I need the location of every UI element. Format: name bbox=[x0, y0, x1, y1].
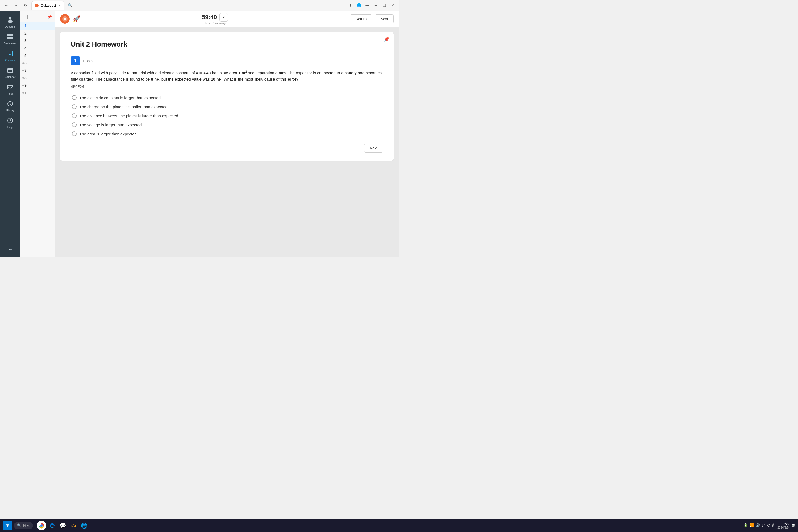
sidebar-item-inbox[interactable]: Inbox bbox=[1, 82, 19, 97]
courses-icon bbox=[7, 50, 13, 58]
pin-icon[interactable]: 📌 bbox=[48, 15, 52, 19]
forward-button[interactable]: → bbox=[12, 2, 20, 9]
answer-option-e[interactable]: The area is larger than expected. bbox=[71, 129, 383, 138]
maximize-button[interactable]: ❐ bbox=[381, 2, 388, 9]
radio-b[interactable] bbox=[72, 104, 77, 109]
header-right: Return Next bbox=[350, 14, 394, 23]
question-header: 1 1 point bbox=[71, 56, 383, 65]
calendar-icon bbox=[7, 67, 13, 75]
account-icon bbox=[6, 16, 14, 24]
more-icon[interactable]: ••• bbox=[364, 2, 371, 9]
bookmark-icon[interactable]: 📌 bbox=[384, 36, 390, 42]
header-center: 59:40 ‹ Time Remaining bbox=[202, 13, 228, 25]
question-points: 1 point bbox=[82, 59, 94, 63]
sidebar-item-account[interactable]: Account bbox=[1, 14, 19, 30]
sidebar-toggle-icon[interactable]: →| bbox=[23, 15, 28, 19]
answer-option-c[interactable]: The distance between the plates is large… bbox=[71, 111, 383, 120]
question-number-4[interactable]: 4 bbox=[20, 44, 55, 52]
answer-option-a[interactable]: The dielectric constant is larger than e… bbox=[71, 93, 383, 102]
timer-display: 59:40 bbox=[202, 14, 217, 21]
question-number-9[interactable]: 9 bbox=[20, 82, 55, 89]
sidebar-item-history[interactable]: History bbox=[1, 98, 19, 114]
question-code: 4PCE24 bbox=[71, 84, 383, 89]
browser-chrome: ← → ↻ Quizzes 2 ✕ 🔍 ⬇ 🌐 ••• ─ ❐ ✕ bbox=[0, 0, 399, 11]
svg-rect-4 bbox=[7, 37, 10, 39]
question-number-1[interactable]: 1 bbox=[20, 22, 55, 30]
close-window-button[interactable]: ✕ bbox=[390, 2, 396, 9]
sidebar-item-help[interactable]: ? Help bbox=[1, 115, 19, 131]
question-number-2[interactable]: 2 bbox=[20, 30, 55, 37]
svg-point-0 bbox=[9, 17, 12, 20]
quiz-title: Unit 2 Homework bbox=[71, 40, 383, 49]
app-logo bbox=[60, 14, 70, 24]
svg-rect-8 bbox=[9, 53, 12, 54]
sidebar-item-courses[interactable]: Courses bbox=[1, 48, 19, 64]
main-content: 🚀 59:40 ‹ Time Remaining Return Next Uni… bbox=[55, 11, 399, 257]
radio-d[interactable] bbox=[72, 122, 77, 127]
sidebar-label-help: Help bbox=[7, 126, 13, 129]
question-number-badge: 1 bbox=[71, 56, 80, 65]
tab-favicon bbox=[35, 4, 39, 7]
answer-label-b: The charge on the plates is smaller than… bbox=[79, 104, 169, 109]
svg-rect-2 bbox=[7, 34, 10, 36]
question-number-8[interactable]: 8 bbox=[20, 74, 55, 82]
reload-button[interactable]: ↻ bbox=[22, 2, 29, 9]
sidebar-nav: Account Dashboard bbox=[0, 11, 20, 257]
sidebar-label-calendar: Calendar bbox=[5, 76, 16, 78]
browser-tab[interactable]: Quizzes 2 ✕ bbox=[32, 1, 64, 10]
next-button-card[interactable]: Next bbox=[364, 144, 383, 153]
question-text: A capacitor filled with polyimide (a mat… bbox=[71, 70, 383, 82]
card-footer: Next bbox=[71, 144, 383, 153]
svg-rect-10 bbox=[8, 68, 13, 73]
sidebar-label-dashboard: Dashboard bbox=[4, 42, 17, 45]
sidebar-item-calendar[interactable]: Calendar bbox=[1, 65, 19, 81]
browser-toolbar-icons: ⬇ 🌐 ••• ─ ❐ ✕ bbox=[347, 2, 396, 9]
sidebar-label-courses: Courses bbox=[5, 59, 15, 62]
question-number-10[interactable]: 10 bbox=[20, 89, 55, 97]
answer-label-e: The area is larger than expected. bbox=[79, 132, 138, 136]
question-number-7[interactable]: 7 bbox=[20, 67, 55, 74]
radio-e[interactable] bbox=[72, 131, 77, 136]
timer-label: Time Remaining bbox=[204, 22, 226, 25]
globe-icon[interactable]: 🌐 bbox=[355, 2, 362, 9]
question-number-3[interactable]: 3 bbox=[20, 37, 55, 44]
svg-rect-3 bbox=[11, 34, 13, 36]
app-container: Account Dashboard bbox=[0, 11, 399, 257]
browser-titlebar: ← → ↻ Quizzes 2 ✕ 🔍 ⬇ 🌐 ••• ─ ❐ ✕ bbox=[0, 0, 399, 11]
return-button[interactable]: Return bbox=[350, 14, 372, 23]
svg-rect-9 bbox=[9, 54, 11, 55]
search-button[interactable]: 🔍 bbox=[66, 2, 74, 9]
quiz-header: 🚀 59:40 ‹ Time Remaining Return Next bbox=[55, 11, 399, 27]
download-icon[interactable]: ⬇ bbox=[347, 2, 354, 9]
tab-close-button[interactable]: ✕ bbox=[58, 4, 61, 7]
back-button[interactable]: ← bbox=[3, 2, 10, 9]
header-left: 🚀 bbox=[60, 14, 80, 24]
question-number-6[interactable]: 6 bbox=[20, 59, 55, 67]
sidebar-item-dashboard[interactable]: Dashboard bbox=[1, 32, 19, 47]
next-button-header[interactable]: Next bbox=[375, 14, 394, 23]
answer-options: The dielectric constant is larger than e… bbox=[71, 93, 383, 138]
radio-c[interactable] bbox=[72, 113, 77, 118]
radio-a[interactable] bbox=[72, 95, 77, 100]
question-number-5[interactable]: 5 bbox=[20, 52, 55, 59]
svg-text:?: ? bbox=[9, 119, 11, 122]
timer-collapse-button[interactable]: ‹ bbox=[220, 13, 228, 22]
answer-option-d[interactable]: The voltage is larger than expected. bbox=[71, 120, 383, 129]
history-icon bbox=[7, 100, 13, 108]
svg-point-20 bbox=[63, 18, 66, 20]
svg-rect-7 bbox=[9, 52, 12, 52]
question-sidebar-header: →| 📌 bbox=[20, 14, 55, 22]
collapse-sidebar-button[interactable]: ⇤ bbox=[6, 245, 14, 254]
answer-label-d: The voltage is larger than expected. bbox=[79, 122, 142, 127]
tab-title: Quizzes 2 bbox=[41, 3, 56, 7]
sidebar-label-inbox: Inbox bbox=[7, 92, 13, 95]
inbox-icon bbox=[7, 84, 13, 92]
rocket-icon: 🚀 bbox=[73, 15, 80, 22]
sidebar-label-account: Account bbox=[5, 25, 15, 28]
minimize-button[interactable]: ─ bbox=[373, 2, 379, 9]
svg-point-1 bbox=[8, 20, 13, 23]
answer-option-b[interactable]: The charge on the plates is smaller than… bbox=[71, 102, 383, 111]
quiz-card: Unit 2 Homework 1 1 point A capacitor fi… bbox=[60, 32, 394, 161]
help-icon: ? bbox=[7, 117, 13, 125]
dashboard-icon bbox=[7, 34, 13, 41]
